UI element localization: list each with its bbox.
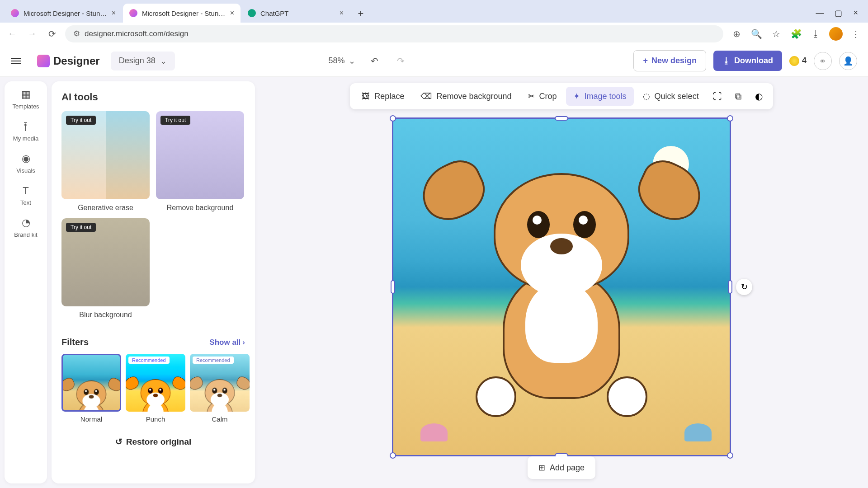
close-tab-icon[interactable]: × [230, 9, 234, 17]
bookmark-icon[interactable]: ☆ [769, 27, 783, 41]
resize-handle[interactable] [391, 280, 395, 294]
canvas-area: 🖼Replace ⌫Remove background ✂Crop ✦Image… [255, 77, 868, 488]
close-tab-icon[interactable]: × [340, 9, 344, 17]
install-app-icon[interactable]: ⊕ [730, 27, 743, 41]
designer-logo[interactable]: Designer [37, 55, 100, 67]
browser-tab[interactable]: ChatGPT × [241, 4, 350, 23]
restore-original[interactable]: ↺ Restore original [61, 436, 245, 447]
filter-punch[interactable]: Recommended Punch [126, 354, 185, 423]
zoom-indicator-icon[interactable]: 🔍 [750, 27, 763, 41]
layers-icon[interactable]: ⧉ [729, 87, 748, 106]
close-tab-icon[interactable]: × [112, 9, 116, 17]
side-panel: AI tools Try it out Generative erase Try… [52, 81, 255, 483]
designer-favicon [129, 9, 137, 17]
select-icon: ◌ [643, 91, 650, 101]
browser-tab-active[interactable]: Microsoft Designer - Stunning × [123, 4, 241, 23]
undo-icon[interactable]: ↶ [368, 54, 382, 68]
design-name-dropdown[interactable]: Design 38 ⌄ [111, 52, 175, 70]
rail-label: My media [13, 135, 38, 142]
chevron-down-icon: ⌄ [160, 56, 167, 66]
try-badge: Try it out [160, 116, 190, 125]
resize-handle[interactable] [728, 280, 732, 294]
credits-indicator[interactable]: 4 [789, 56, 807, 66]
resize-handle[interactable] [727, 115, 733, 122]
erase-icon: ⌫ [420, 91, 432, 101]
recommended-badge: Recommended [193, 357, 234, 364]
designer-logo-icon [37, 55, 50, 67]
site-info-icon[interactable]: ⚙ [73, 29, 80, 38]
ai-tools-title: AI tools [61, 91, 245, 103]
add-page-button[interactable]: ⊞ Add page [528, 456, 595, 479]
ai-card-blur-background[interactable]: Try it out Blur background [61, 218, 150, 319]
credits-count: 4 [802, 56, 807, 66]
resize-handle[interactable] [555, 116, 568, 121]
restore-icon: ↺ [115, 436, 123, 447]
context-toolbar: 🖼Replace ⌫Remove background ✂Crop ✦Image… [350, 83, 773, 109]
browser-titlebar: Microsoft Designer - Stunning × Microsof… [0, 0, 868, 23]
reload-icon[interactable]: ⟳ [45, 27, 59, 41]
account-icon[interactable]: 👤 [839, 52, 857, 70]
rail-brand-kit[interactable]: ◔Brand kit [14, 217, 37, 238]
forward-icon[interactable]: → [25, 27, 39, 41]
replace-button[interactable]: 🖼Replace [354, 87, 411, 106]
resize-handle[interactable] [390, 452, 396, 459]
minimize-icon[interactable]: — [816, 8, 824, 18]
extensions-icon[interactable]: 🧩 [789, 27, 803, 41]
rotate-handle[interactable]: ↻ [736, 279, 752, 295]
rail-my-media[interactable]: ⭱My media [13, 121, 38, 142]
crop-button[interactable]: ✂Crop [521, 87, 564, 106]
rail-label: Brand kit [14, 231, 37, 238]
profile-avatar[interactable] [829, 27, 843, 41]
maximize-icon[interactable]: ▢ [835, 8, 842, 18]
download-button[interactable]: ⭳ Download [713, 51, 782, 71]
share-icon[interactable]: ⚭ [814, 52, 832, 70]
opacity-icon[interactable]: ◐ [750, 87, 769, 106]
design-name: Design 38 [119, 56, 156, 66]
new-tab-button[interactable]: + [354, 6, 368, 21]
filter-normal[interactable]: Normal [61, 354, 121, 423]
position-icon[interactable]: ⛶ [708, 87, 727, 106]
remove-background-button[interactable]: ⌫Remove background [413, 87, 519, 106]
resize-handle[interactable] [390, 115, 396, 122]
ai-card-label: Blur background [61, 311, 150, 319]
new-design-label: New design [651, 56, 697, 66]
quick-select-button[interactable]: ◌Quick select [636, 87, 706, 106]
app-name: Designer [53, 55, 100, 67]
rail-label: Visuals [16, 167, 35, 174]
close-window-icon[interactable]: × [853, 8, 858, 18]
window-controls: — ▢ × [816, 8, 863, 23]
chevron-down-icon: ⌄ [349, 56, 355, 66]
filter-calm[interactable]: Recommended Calm [190, 354, 250, 423]
ctx-label: Remove background [436, 92, 511, 101]
plus-icon: + [643, 56, 648, 66]
show-all-filters[interactable]: Show all› [209, 338, 245, 347]
visuals-icon: ◉ [20, 153, 32, 164]
url-input[interactable]: ⚙ designer.microsoft.com/design [65, 25, 723, 42]
ctx-label: Quick select [655, 92, 699, 101]
image-tools-button[interactable]: ✦Image tools [566, 87, 634, 106]
zoom-dropdown[interactable]: 58% ⌄ [329, 56, 355, 66]
hamburger-menu[interactable] [11, 52, 29, 70]
rail-visuals[interactable]: ◉Visuals [16, 153, 35, 174]
rail-templates[interactable]: ▦Templates [12, 89, 39, 110]
browser-tab[interactable]: Microsoft Designer - Stunning × [5, 4, 122, 23]
back-icon[interactable]: ← [5, 27, 19, 41]
chatgpt-favicon [248, 9, 256, 17]
brand-kit-icon: ◔ [20, 217, 32, 229]
filter-label: Punch [126, 415, 185, 423]
ai-card-generative-erase[interactable]: Try it out Generative erase [61, 111, 150, 212]
ctx-label: Replace [374, 92, 404, 101]
downloads-icon[interactable]: ⭳ [809, 27, 823, 41]
chrome-menu-icon[interactable]: ⋮ [849, 27, 863, 41]
resize-handle[interactable] [727, 452, 733, 459]
chevron-right-icon: › [242, 338, 245, 347]
redo-icon[interactable]: ↷ [394, 54, 408, 68]
new-design-button[interactable]: + New design [633, 50, 706, 71]
app-header: Designer Design 38 ⌄ 58% ⌄ ↶ ↷ + New des… [0, 45, 868, 77]
ai-card-remove-background[interactable]: Try it out Remove background [156, 111, 244, 212]
restore-label: Restore original [126, 437, 192, 447]
rail-text[interactable]: TText [20, 185, 32, 206]
recommended-badge: Recommended [128, 357, 170, 364]
sparkle-icon: ✦ [573, 91, 580, 101]
selected-image[interactable]: ↻ [392, 117, 731, 456]
